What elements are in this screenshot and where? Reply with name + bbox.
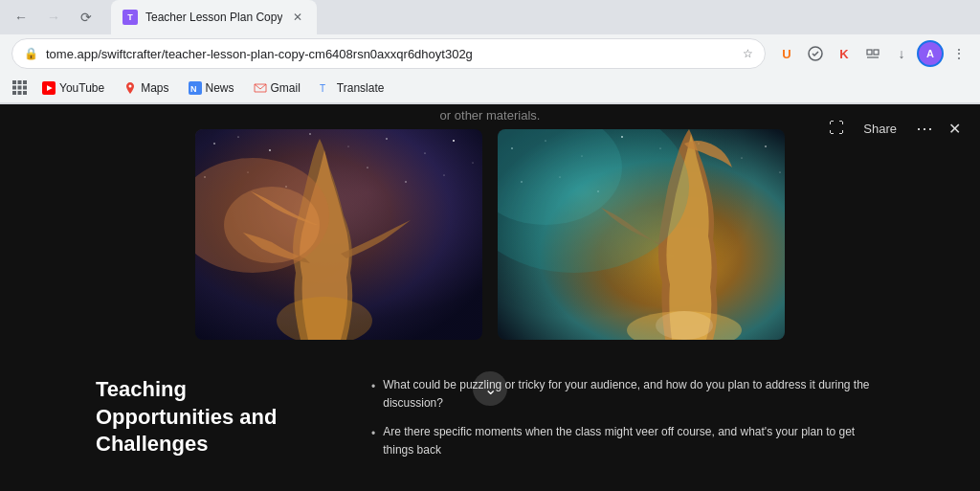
svg-rect-6 (12, 86, 16, 90)
svg-text:N: N (190, 84, 197, 94)
security-icon: 🔒 (24, 47, 38, 60)
tab-controls: ← → ⟳ (8, 4, 100, 31)
apps-button[interactable] (8, 77, 31, 100)
share-button[interactable]: Share (856, 118, 904, 140)
bullet-dot-1: • (371, 378, 375, 413)
page-content: ⛶ Share ⋯ ✕ or other materials. (0, 104, 980, 491)
svg-point-32 (444, 175, 445, 176)
bullet-text-2: Are there specific moments when the clas… (383, 423, 884, 459)
ext-button-4[interactable] (859, 40, 886, 67)
bookmark-youtube-label: YouTube (59, 81, 104, 95)
svg-point-35 (224, 187, 320, 263)
bookmark-news[interactable]: N News (181, 78, 242, 99)
star-icon: ☆ (743, 47, 753, 60)
bookmarks-bar: ▶ YouTube Maps N News (0, 73, 980, 103)
bullet-item-2: • Are there specific moments when the cl… (371, 423, 884, 459)
address-bar-row: 🔒 tome.app/swiftcrafter/teacher-lesson-p… (0, 34, 980, 73)
bookmark-maps-label: Maps (141, 81, 168, 95)
toolbar-right: U K ↓ A ⋮ (773, 40, 972, 67)
svg-point-22 (348, 146, 349, 147)
svg-point-31 (405, 181, 406, 182)
nebula-image-right (498, 129, 785, 340)
svg-point-24 (424, 152, 425, 153)
share-label: Share (863, 122, 897, 136)
reload-button[interactable]: ⟳ (73, 4, 100, 31)
svg-point-19 (237, 136, 238, 137)
svg-point-25 (453, 140, 455, 142)
svg-rect-9 (12, 91, 16, 95)
svg-point-46 (779, 171, 780, 172)
bullet-list: • What could be puzzling or tricky for y… (371, 376, 884, 469)
svg-rect-4 (17, 80, 21, 84)
svg-rect-2 (874, 50, 879, 55)
svg-rect-7 (17, 86, 21, 90)
nebula-image-left (195, 129, 482, 340)
svg-point-23 (386, 138, 388, 140)
browser-chrome: ← → ⟳ T Teacher Lesson Plan Copy ✕ 🔒 tom… (0, 0, 980, 104)
more-options-button[interactable]: ⋯ (912, 114, 937, 143)
ubersuggest-ext-button[interactable]: U (773, 40, 800, 67)
tab-bar: ← → ⟳ T Teacher Lesson Plan Copy ✕ (0, 0, 980, 34)
forward-button[interactable]: → (40, 4, 67, 31)
svg-rect-1 (867, 50, 872, 55)
more-button[interactable]: ⋮ (946, 40, 972, 67)
fullscreen-button[interactable]: ⛶ (825, 116, 848, 141)
tab-close-button[interactable]: ✕ (290, 10, 305, 25)
bottom-section: Teaching Opportunities and Challenges • … (0, 353, 980, 491)
youtube-favicon: ▶ (42, 81, 56, 95)
bullet-dot-2: • (371, 425, 375, 459)
close-overlay-button[interactable]: ✕ (945, 116, 965, 142)
bookmark-news-label: News (206, 81, 234, 95)
svg-point-44 (742, 158, 743, 159)
svg-rect-8 (23, 86, 27, 90)
svg-point-26 (473, 163, 474, 164)
svg-point-51 (656, 311, 713, 340)
svg-point-12 (129, 84, 132, 87)
bookmark-gmail-label: Gmail (271, 81, 301, 95)
download-button[interactable]: ↓ (888, 40, 915, 67)
tab-favicon: T (122, 10, 138, 25)
news-favicon: N (189, 81, 202, 95)
svg-rect-10 (17, 91, 21, 95)
svg-point-20 (269, 149, 271, 151)
url-text: tome.app/swiftcrafter/teacher-lesson-pla… (46, 47, 735, 61)
svg-text:T: T (320, 83, 325, 94)
ext-button-3[interactable]: K (831, 40, 858, 67)
svg-rect-5 (23, 80, 27, 84)
translate-favicon: T (320, 81, 333, 95)
svg-rect-3 (12, 80, 16, 84)
tab-title-text: Teacher Lesson Plan Copy (145, 11, 282, 24)
active-tab[interactable]: T Teacher Lesson Plan Copy ✕ (111, 0, 317, 34)
gmail-favicon (254, 81, 267, 95)
back-button[interactable]: ← (8, 4, 34, 31)
ext-button-2[interactable] (802, 40, 829, 67)
section-title: Teaching Opportunities and Challenges (96, 376, 325, 458)
bullet-text-1: What could be puzzling or tricky for you… (383, 376, 884, 413)
bookmark-translate-label: Translate (337, 81, 385, 95)
address-bar[interactable]: 🔒 tome.app/swiftcrafter/teacher-lesson-p… (11, 38, 766, 69)
page-overlay-controls: ⛶ Share ⋯ ✕ (810, 104, 980, 152)
svg-point-30 (367, 167, 368, 167)
maps-favicon (123, 81, 137, 95)
bookmark-translate[interactable]: T Translate (312, 78, 392, 99)
profile-button[interactable]: A (917, 40, 944, 67)
bookmark-maps[interactable]: Maps (116, 78, 176, 99)
bullet-item-1: • What could be puzzling or tricky for y… (371, 376, 884, 413)
bookmark-gmail[interactable]: Gmail (246, 78, 308, 99)
svg-point-45 (765, 145, 767, 147)
svg-point-21 (309, 133, 310, 134)
svg-rect-11 (23, 91, 27, 95)
bookmark-youtube[interactable]: ▶ YouTube (34, 78, 112, 99)
svg-point-18 (213, 143, 215, 145)
